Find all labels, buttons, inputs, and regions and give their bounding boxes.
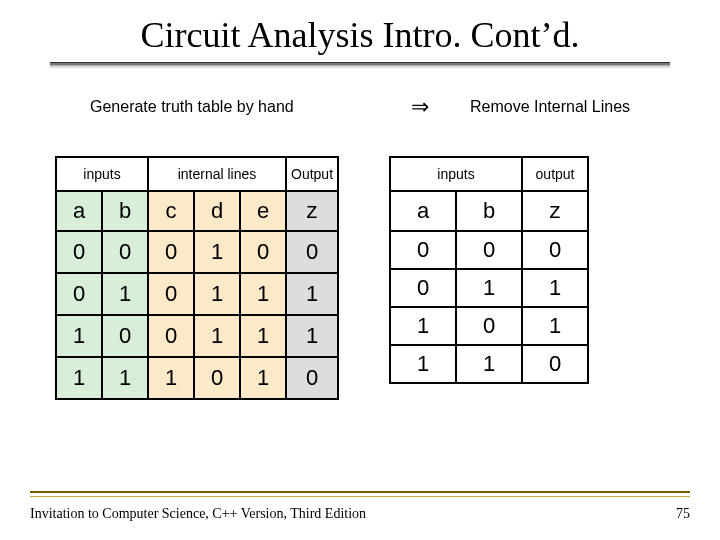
cell: 1 bbox=[286, 315, 338, 357]
cell: 0 bbox=[286, 357, 338, 399]
cell: 0 bbox=[148, 315, 194, 357]
table-row: 0 0 0 1 0 0 bbox=[56, 231, 338, 273]
truth-table-full: inputs internal lines Output a b c d e z… bbox=[55, 156, 339, 400]
table-row: 1 1 0 bbox=[390, 345, 588, 383]
cell: 1 bbox=[102, 357, 148, 399]
table-row: 1 0 1 bbox=[390, 307, 588, 345]
table-row: 0 0 0 bbox=[390, 231, 588, 269]
cell: 1 bbox=[194, 273, 240, 315]
cell: 1 bbox=[240, 315, 286, 357]
table-row: 0 1 1 bbox=[390, 269, 588, 307]
group-header: output bbox=[522, 157, 588, 191]
slide-title: Circuit Analysis Intro. Cont’d. bbox=[0, 0, 720, 62]
truth-table-simplified: inputs output a b z 0 0 0 0 1 1 bbox=[389, 156, 589, 384]
cell: 0 bbox=[194, 357, 240, 399]
col-header: d bbox=[194, 191, 240, 231]
cell: 0 bbox=[390, 269, 456, 307]
col-header-row: a b z bbox=[390, 191, 588, 231]
cell: 0 bbox=[102, 231, 148, 273]
cell: 0 bbox=[240, 231, 286, 273]
cell: 1 bbox=[522, 307, 588, 345]
group-header: Output bbox=[286, 157, 338, 191]
cell: 1 bbox=[148, 357, 194, 399]
group-header: inputs bbox=[390, 157, 522, 191]
col-header-row: a b c d e z bbox=[56, 191, 338, 231]
cell: 0 bbox=[148, 273, 194, 315]
cell: 1 bbox=[456, 345, 522, 383]
footer-text: Invitation to Computer Science, C++ Vers… bbox=[30, 506, 366, 522]
caption-left: Generate truth table by hand bbox=[40, 98, 390, 116]
cell: 1 bbox=[194, 231, 240, 273]
cell: 0 bbox=[148, 231, 194, 273]
col-header: z bbox=[522, 191, 588, 231]
cell: 0 bbox=[522, 345, 588, 383]
cell: 1 bbox=[194, 315, 240, 357]
col-header: z bbox=[286, 191, 338, 231]
cell: 1 bbox=[102, 273, 148, 315]
cell: 0 bbox=[56, 231, 102, 273]
cell: 1 bbox=[240, 273, 286, 315]
group-header: internal lines bbox=[148, 157, 286, 191]
captions-row: Generate truth table by hand ⇒ Remove In… bbox=[0, 94, 720, 120]
cell: 0 bbox=[522, 231, 588, 269]
col-header: b bbox=[102, 191, 148, 231]
cell: 1 bbox=[456, 269, 522, 307]
col-header: c bbox=[148, 191, 194, 231]
cell: 1 bbox=[522, 269, 588, 307]
col-header: b bbox=[456, 191, 522, 231]
footer-rule bbox=[30, 491, 690, 496]
cell: 1 bbox=[56, 315, 102, 357]
title-underline bbox=[50, 62, 670, 66]
cell: 0 bbox=[102, 315, 148, 357]
cell: 1 bbox=[240, 357, 286, 399]
cell: 1 bbox=[390, 307, 456, 345]
group-header-row: inputs output bbox=[390, 157, 588, 191]
tables-row: inputs internal lines Output a b c d e z… bbox=[0, 156, 720, 400]
cell: 0 bbox=[456, 231, 522, 269]
col-header: e bbox=[240, 191, 286, 231]
table-row: 1 1 1 0 1 0 bbox=[56, 357, 338, 399]
col-header: a bbox=[390, 191, 456, 231]
arrow-icon: ⇒ bbox=[390, 94, 450, 120]
cell: 1 bbox=[286, 273, 338, 315]
group-header-row: inputs internal lines Output bbox=[56, 157, 338, 191]
group-header: inputs bbox=[56, 157, 148, 191]
cell: 0 bbox=[56, 273, 102, 315]
slide: Circuit Analysis Intro. Cont’d. Generate… bbox=[0, 0, 720, 540]
cell: 1 bbox=[56, 357, 102, 399]
cell: 0 bbox=[286, 231, 338, 273]
page-number: 75 bbox=[676, 506, 690, 522]
cell: 1 bbox=[390, 345, 456, 383]
cell: 0 bbox=[456, 307, 522, 345]
col-header: a bbox=[56, 191, 102, 231]
table-row: 1 0 0 1 1 1 bbox=[56, 315, 338, 357]
caption-right: Remove Internal Lines bbox=[450, 98, 680, 116]
table-row: 0 1 0 1 1 1 bbox=[56, 273, 338, 315]
cell: 0 bbox=[390, 231, 456, 269]
footer: Invitation to Computer Science, C++ Vers… bbox=[30, 506, 690, 522]
